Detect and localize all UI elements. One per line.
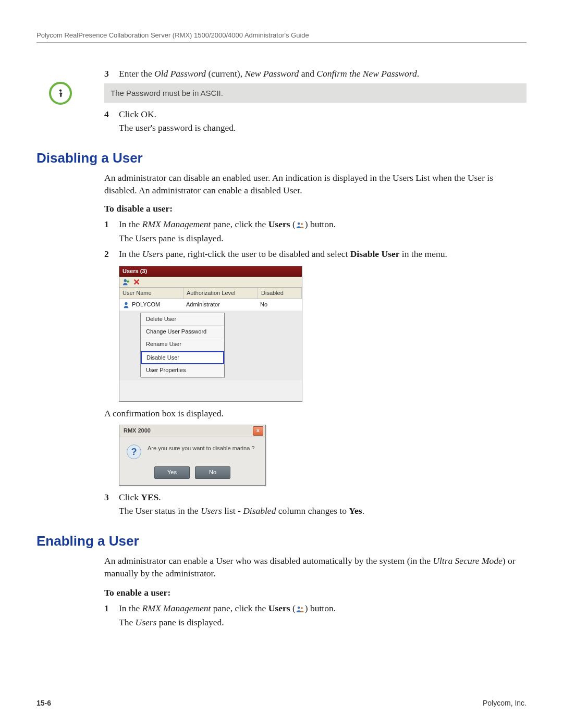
step-number: 4 xyxy=(104,108,119,121)
menu-disable-user: Disable User xyxy=(141,351,224,364)
step-result: The user's password is changed. xyxy=(119,121,527,134)
users-icon xyxy=(296,221,305,229)
step-text: Click OK. xyxy=(119,108,527,121)
step-text: In the RMX Management pane, click the Us… xyxy=(119,602,527,615)
step-text: In the Users pane, right-click the user … xyxy=(119,248,527,261)
yes-button: Yes xyxy=(154,466,190,478)
step-number: 2 xyxy=(104,248,119,261)
confirm-dialog-screenshot: RMX 2000 × ? Are you sure you want to di… xyxy=(119,425,266,485)
menu-delete-user: Delete User xyxy=(141,313,224,326)
users-pane-toolbar xyxy=(119,277,302,288)
step-number: 1 xyxy=(104,602,119,615)
menu-user-properties: User Properties xyxy=(141,364,224,376)
page-number: 15-6 xyxy=(36,699,51,707)
step-result: The Users pane is displayed. xyxy=(119,616,527,629)
intro-text: An administrator can enable a User who w… xyxy=(104,554,527,580)
pin-tip-icon xyxy=(49,82,72,105)
svg-point-4 xyxy=(297,607,300,609)
heading-enabling: Enabling a User xyxy=(36,533,527,549)
delete-user-icon xyxy=(133,278,140,286)
heading-disabling: Disabling a User xyxy=(36,150,527,166)
dialog-title: RMX 2000 xyxy=(124,427,151,435)
step-result: The User status in the Users list - Disa… xyxy=(119,504,527,517)
step-text: In the RMX Management pane, click the Us… xyxy=(119,218,527,231)
add-user-icon xyxy=(123,278,130,286)
intro-text: An administrator can disable an enabled … xyxy=(104,171,527,197)
close-icon: × xyxy=(253,426,263,436)
procedure-label: To enable a user: xyxy=(104,586,527,599)
user-row-icon xyxy=(123,301,130,309)
no-button: No xyxy=(195,466,230,478)
step-text: Click YES. xyxy=(119,491,527,504)
svg-point-0 xyxy=(297,223,300,225)
menu-rename-user: Rename User xyxy=(141,338,224,351)
confirm-intro: A confirmation box is displayed. xyxy=(104,407,527,420)
users-pane-screenshot: Users (3) User Name Authorization Level … xyxy=(119,266,302,402)
question-icon: ? xyxy=(127,445,141,459)
step-number: 1 xyxy=(104,218,119,231)
step-number: 3 xyxy=(104,491,119,504)
svg-point-1 xyxy=(301,223,303,225)
step-result: The Users pane is displayed. xyxy=(119,232,527,245)
dialog-message: Are you sure you want to disable marina … xyxy=(148,445,254,452)
svg-point-5 xyxy=(301,607,303,609)
ascii-note: The Password must be in ASCII. xyxy=(104,83,527,103)
users-icon xyxy=(296,605,305,613)
menu-change-password: Change User Password xyxy=(141,326,224,338)
svg-point-2 xyxy=(124,279,127,282)
users-columns: User Name Authorization Level Disabled xyxy=(119,288,302,299)
user-context-menu: Delete User Change User Password Rename … xyxy=(140,313,225,377)
step-text: Enter the Old Password (current), New Pa… xyxy=(119,67,527,80)
users-pane-title: Users (3) xyxy=(119,266,302,277)
svg-point-3 xyxy=(125,302,127,305)
step-number: 3 xyxy=(104,67,119,80)
procedure-label: To disable a user: xyxy=(104,202,527,215)
table-row: POLYCOM Administrator No xyxy=(119,299,302,310)
header-guide-title: Polycom RealPresence Collaboration Serve… xyxy=(36,31,527,43)
footer-brand: Polycom, Inc. xyxy=(483,699,527,707)
